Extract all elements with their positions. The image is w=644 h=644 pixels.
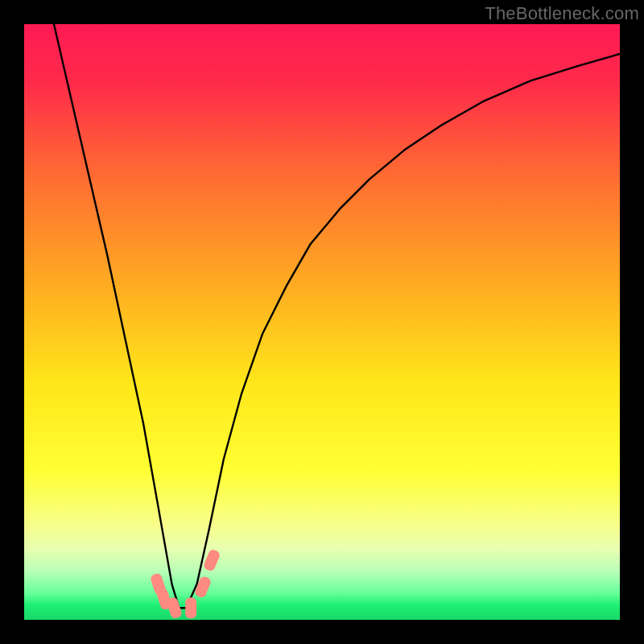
gradient-background: [24, 24, 620, 620]
marker: [185, 597, 196, 618]
chart-frame: TheBottleneck.com: [0, 0, 644, 644]
watermark-text: TheBottleneck.com: [485, 3, 639, 24]
plot-area: [24, 24, 620, 620]
bottleneck-chart: [24, 24, 620, 620]
